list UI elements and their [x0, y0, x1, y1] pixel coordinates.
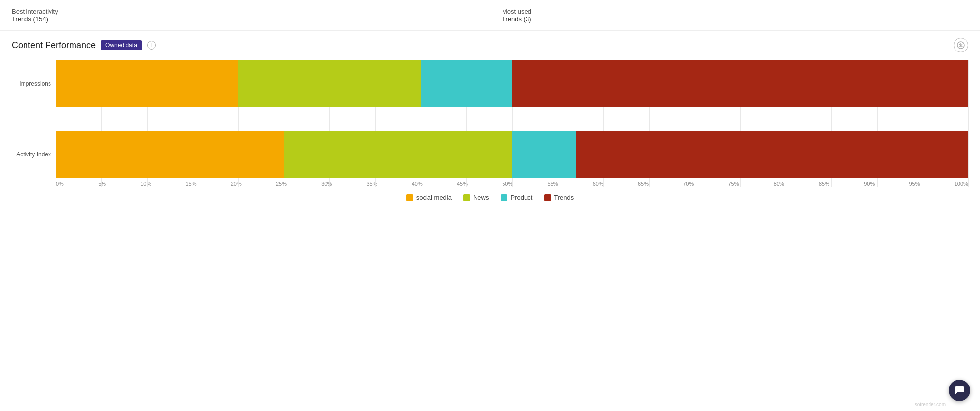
- bar-label: Impressions: [12, 80, 51, 87]
- legend-label: Trends: [554, 194, 574, 201]
- legend-item: News: [463, 194, 489, 201]
- x-axis-label: 40%: [412, 181, 423, 187]
- legend-item: Product: [501, 194, 532, 201]
- x-axis-label: 20%: [231, 181, 242, 187]
- x-axis-label: 45%: [457, 181, 468, 187]
- x-axis-label: 0%: [56, 181, 64, 187]
- bar-label: Activity Index: [12, 151, 51, 158]
- x-axis-label: 10%: [140, 181, 151, 187]
- x-axis-label: 55%: [548, 181, 558, 187]
- bar-segment-social-media: [56, 60, 238, 107]
- x-axis-label: 100%: [955, 181, 968, 187]
- grid-line: [968, 60, 969, 187]
- content-performance-section: Content Performance Owned data i Impress…: [0, 31, 980, 211]
- x-axis-label: 50%: [502, 181, 513, 187]
- x-axis-label: 65%: [638, 181, 649, 187]
- bar-segment-social-media: [56, 131, 284, 178]
- legend-item: social media: [406, 194, 452, 201]
- legend-label: Product: [510, 194, 532, 201]
- bar-row: Activity Index: [56, 131, 968, 178]
- top-stats-bar: Best interactivity Trends (154) Most use…: [0, 0, 980, 31]
- x-axis-label: 75%: [729, 181, 739, 187]
- best-interactivity-value: Trends (154): [12, 15, 478, 23]
- x-axis-label: 35%: [367, 181, 377, 187]
- x-axis-label: 15%: [186, 181, 197, 187]
- bar-spacer: [56, 107, 968, 131]
- bar-segment-News: [238, 60, 421, 107]
- legend-label: social media: [416, 194, 452, 201]
- bar-segment-News: [284, 131, 512, 178]
- owned-data-badge[interactable]: Owned data: [101, 40, 142, 50]
- legend-color-dot: [544, 194, 551, 201]
- bar-segment-Product: [512, 131, 576, 178]
- bar-track: [56, 60, 968, 107]
- section-header: Content Performance Owned data i: [12, 38, 968, 52]
- best-interactivity-label: Best interactivity: [12, 8, 478, 15]
- legend-color-dot: [463, 194, 470, 201]
- chart-area: ImpressionsActivity Index 0%5%10%15%20%2…: [56, 60, 968, 187]
- bar-segment-Trends: [512, 60, 968, 107]
- x-axis-label: 5%: [98, 181, 106, 187]
- info-icon[interactable]: i: [147, 41, 156, 50]
- legend-item: Trends: [544, 194, 574, 201]
- x-axis-label: 70%: [683, 181, 694, 187]
- x-axis-label: 60%: [593, 181, 603, 187]
- most-used-label: Most used: [502, 8, 968, 15]
- legend-label: News: [473, 194, 489, 201]
- legend-color-dot: [501, 194, 507, 201]
- download-button[interactable]: [954, 38, 968, 52]
- legend-color-dot: [406, 194, 413, 201]
- chart-container: ImpressionsActivity Index 0%5%10%15%20%2…: [12, 60, 968, 187]
- legend: social mediaNewsProductTrends: [12, 194, 968, 201]
- best-interactivity-block: Best interactivity Trends (154): [0, 0, 490, 30]
- bars-wrapper: ImpressionsActivity Index: [56, 60, 968, 178]
- bar-track: [56, 131, 968, 178]
- bar-segment-Product: [421, 60, 512, 107]
- x-axis-label: 80%: [774, 181, 784, 187]
- most-used-block: Most used Trends (3): [490, 0, 980, 30]
- most-used-value: Trends (3): [502, 15, 968, 23]
- x-axis-label: 95%: [909, 181, 920, 187]
- x-axis-label: 30%: [321, 181, 332, 187]
- section-title: Content Performance: [12, 40, 96, 51]
- x-axis-label: 90%: [864, 181, 875, 187]
- x-axis-label: 25%: [276, 181, 287, 187]
- x-axis: 0%5%10%15%20%25%30%35%40%45%50%55%60%65%…: [56, 178, 968, 187]
- x-axis-label: 85%: [819, 181, 829, 187]
- bar-row: Impressions: [56, 60, 968, 107]
- bar-segment-Trends: [576, 131, 968, 178]
